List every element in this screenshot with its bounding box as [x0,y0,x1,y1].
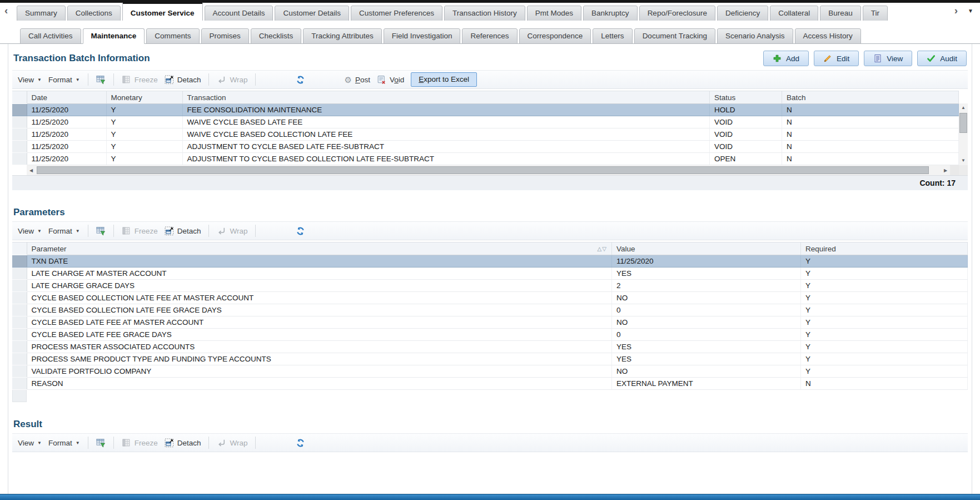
view-button[interactable]: View [864,51,912,66]
detach-button[interactable]: Detach [165,438,201,448]
query-by-example-button[interactable] [96,75,106,85]
tab-collections[interactable]: Collections [67,6,121,21]
tab-bureau[interactable]: Bureau [820,6,861,21]
tab-account-details[interactable]: Account Details [205,6,273,21]
batch-row[interactable]: 11/25/2020YWAIVE CYCLE BASED LATE FEEVOI… [12,116,959,128]
tab-transaction-history[interactable]: Transaction History [444,6,525,21]
export-to-excel-button[interactable]: Export to Excel [411,72,477,87]
tab-promises[interactable]: Promises [201,28,249,44]
parameter-row[interactable]: CYCLE BASED COLLECTION LATE FEE AT MASTE… [12,292,968,304]
tab-customer-service[interactable]: Customer Service [122,2,203,21]
refresh-button[interactable] [296,75,305,85]
tab-tir[interactable]: Tir [863,6,888,21]
tab-access-history[interactable]: Access History [795,28,861,44]
batch-row[interactable]: 11/25/2020YADJUSTMENT TO CYCLE BASED LAT… [12,141,959,153]
tab-repo-foreclosure[interactable]: Repo/Foreclosure [639,6,715,21]
row-header-cell[interactable] [12,365,27,378]
parameter-row[interactable]: PROCESS MASTER ASSOCIATED ACCOUNTSYESY [12,341,968,353]
format-menu[interactable]: Format▼ [48,227,80,235]
parameter-row[interactable]: CYCLE BASED COLLECTION LATE FEE GRACE DA… [12,304,968,316]
tab-tracking-attributes[interactable]: Tracking Attributes [303,28,381,44]
detach-button[interactable]: Detach [165,226,201,236]
row-header-cell[interactable] [12,292,27,304]
column-header-transaction[interactable]: Transaction [182,91,710,104]
row-header-cell[interactable] [12,255,27,268]
tab-deficiency[interactable]: Deficiency [717,6,768,21]
detach-button[interactable]: Detach [165,75,201,85]
view-menu[interactable]: View▼ [18,439,42,447]
row-header-cell[interactable] [12,116,27,128]
horizontal-scrollbar[interactable]: ◀ ▶ [27,165,959,175]
parameter-row[interactable]: VALIDATE PORTFOLIO COMPANYNOY [12,365,968,378]
freeze-button[interactable]: Freeze [122,75,158,85]
vertical-scroll-track[interactable]: ▲ ▼ [959,103,968,165]
vertical-scroll-thumb[interactable] [959,113,967,133]
parameter-row[interactable]: CYCLE BASED LATE FEE AT MASTER ACCOUNTNO… [12,316,968,329]
view-menu[interactable]: View▼ [18,76,42,84]
batch-row[interactable]: 11/25/2020YFEE CONSOLIDATION MAINTENANCE… [12,104,959,116]
tab-customer-details[interactable]: Customer Details [275,6,349,21]
sort-ascending-descending-icon[interactable]: △▽ [598,246,607,252]
tab-collateral[interactable]: Collateral [770,6,818,21]
view-menu[interactable]: View▼ [18,227,42,235]
wrap-button[interactable]: Wrap [217,438,247,448]
row-header-cell[interactable] [12,104,27,116]
edit-button[interactable]: Edit [814,51,859,66]
tab-customer-preferences[interactable]: Customer Preferences [351,6,442,21]
void-button[interactable]: Void [377,75,404,85]
batch-row[interactable]: 11/25/2020YADJUSTMENT TO CYCLE BASED COL… [12,153,959,165]
column-header-value[interactable]: Value [612,242,801,255]
tab-references[interactable]: References [462,28,517,44]
column-header-batch[interactable]: Batch [782,91,959,104]
scroll-left-arrow-icon[interactable]: ◀ [27,168,36,173]
parameter-row[interactable]: LATE CHARGE AT MASTER ACCOUNTYESY [12,268,968,280]
tab-bankruptcy[interactable]: Bankruptcy [583,6,638,21]
row-header-cell[interactable] [12,304,27,316]
parameter-row[interactable]: REASONEXTERNAL PAYMENTN [12,378,968,390]
horizontal-scroll-thumb[interactable] [37,166,929,174]
tab-overflow-caret-icon[interactable]: ▼ [968,8,973,14]
freeze-button[interactable]: Freeze [122,226,158,236]
column-header-status[interactable]: Status [710,91,782,104]
row-header-cell[interactable] [12,268,27,280]
audit-button[interactable]: Audit [917,51,967,66]
tab-correspondence[interactable]: Correspondence [519,28,591,44]
vertical-scrollbar[interactable]: ▲ ▼ [959,89,968,175]
tab-document-tracking[interactable]: Document Tracking [634,28,715,44]
row-header-cell[interactable] [12,329,27,341]
row-header-cell[interactable] [12,316,27,329]
horizontal-scroll-track[interactable] [36,165,941,175]
row-header-cell[interactable] [12,353,27,365]
row-header-cell[interactable] [12,378,27,390]
query-by-example-button[interactable] [96,226,106,236]
refresh-button[interactable] [296,226,305,236]
tab-scroll-right-icon[interactable]: › [954,5,958,16]
format-menu[interactable]: Format▼ [48,76,80,84]
batch-row[interactable]: 11/25/2020YWAIVE CYCLE BASED COLLECTION … [12,128,959,141]
row-header-cell[interactable] [12,280,27,292]
query-by-example-button[interactable] [96,438,106,448]
scroll-up-arrow-icon[interactable]: ▲ [959,104,968,112]
column-header-required[interactable]: Required [801,242,968,255]
scroll-right-arrow-icon[interactable]: ▶ [941,168,950,173]
row-header-cell[interactable] [12,141,27,153]
wrap-button[interactable]: Wrap [217,75,247,85]
wrap-button[interactable]: Wrap [217,226,247,236]
tab-field-investigation[interactable]: Field Investigation [384,28,461,44]
freeze-button[interactable]: Freeze [122,438,158,448]
row-header-cell[interactable] [12,128,27,141]
column-header-date[interactable]: Date [27,91,106,104]
parameter-row[interactable]: TXN DATE11/25/2020Y [12,255,968,268]
add-button[interactable]: Add [763,51,809,66]
column-header-monetary[interactable]: Monetary [106,91,182,104]
tab-summary[interactable]: Summary [17,6,66,21]
column-header-parameter[interactable]: Parameter △▽ [27,242,612,255]
tab-scenario-analysis[interactable]: Scenario Analysis [717,28,793,44]
parameter-row[interactable]: CYCLE BASED LATE FEE GRACE DAYS0Y [12,329,968,341]
tab-pmt-modes[interactable]: Pmt Modes [527,6,581,21]
tab-checklists[interactable]: Checklists [251,28,302,44]
row-header-cell[interactable] [12,153,27,165]
tab-scroll-left-icon[interactable]: ‹ [4,5,8,16]
row-header-cell[interactable] [12,341,27,353]
format-menu[interactable]: Format▼ [48,439,80,447]
